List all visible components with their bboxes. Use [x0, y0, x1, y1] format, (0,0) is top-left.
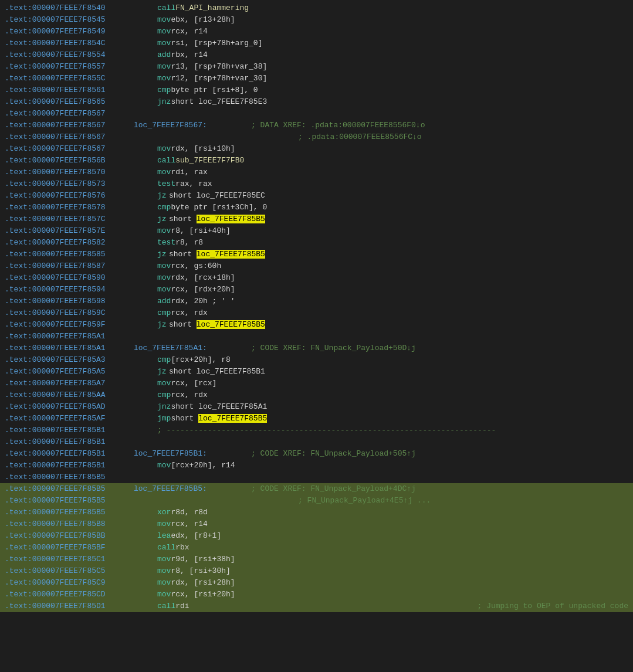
address: .text:000007FEEE7F85BF — [5, 542, 134, 554]
code-line: .text:000007FEEE7F8573testrax, rax — [0, 178, 633, 190]
address: .text:000007FEEE7F85B1 — [5, 460, 134, 471]
operands: r8, r8 — [175, 237, 628, 249]
operands: rcx, [rsi+20h] — [171, 589, 628, 600]
operands: rdx, [rcx+18h] — [171, 272, 628, 284]
address: .text:000007FEEE7F85A5 — [5, 366, 134, 378]
operands: r8d, r8d — [171, 507, 628, 518]
code-line: .text:000007FEEE7F85C9movrdx, [rsi+28h] — [0, 577, 633, 589]
address: .text:000007FEEE7F8582 — [5, 237, 134, 249]
code-line: .text:000007FEEE7F85B5loc_7FEEE7F85B5:; … — [0, 483, 633, 495]
mnemonic: mov — [134, 260, 171, 272]
code-separator: ; --------------------------------------… — [134, 425, 496, 436]
address: .text:000007FEEE7F8549 — [5, 26, 134, 38]
mnemonic: mov — [134, 284, 171, 296]
address: .text:000007FEEE7F8557 — [5, 61, 134, 73]
operands: rsi, [rsp+78h+arg_0] — [171, 38, 628, 49]
code-line: .text:000007FEEE7F8598addrdx, 20h ; ' ' — [0, 296, 633, 307]
mnemonic: mov — [134, 14, 171, 26]
address: .text:000007FEEE7F85A3 — [5, 354, 134, 366]
operands: sub_7FEEE7F7FB0 — [175, 155, 628, 167]
code-line: .text:000007FEEE7F85C5movr8, [rsi+30h] — [0, 565, 633, 577]
code-line: .text:000007FEEE7F854Cmovrsi, [rsp+78h+a… — [0, 38, 633, 49]
address: .text:000007FEEE7F8590 — [5, 272, 134, 284]
mnemonic: add — [134, 296, 171, 307]
mnemonic: mov — [134, 378, 171, 389]
operands: rbx — [175, 542, 628, 554]
code-line: .text:000007FEEE7F85D1callrdi ; Jumping … — [0, 600, 633, 612]
code-line: .text:000007FEEE7F85A1loc_7FEEE7F85A1:; … — [0, 342, 633, 354]
mnemonic: test — [134, 237, 175, 249]
mnemonic: cmp — [134, 389, 171, 401]
code-comment: ; FN_Unpack_Payload+4E5↑j ... — [145, 495, 431, 507]
mnemonic: jnz — [134, 401, 171, 413]
mnemonic: xor — [134, 507, 171, 518]
address: .text:000007FEEE7F8567 — [5, 131, 134, 143]
code-line: .text:000007FEEE7F8554addrbx, r14 — [0, 49, 633, 61]
code-line: .text:000007FEEE7F8540callFN_API_hammeri… — [0, 2, 633, 14]
operands: rcx, rdx — [171, 389, 628, 401]
address: .text:000007FEEE7F85B1 — [5, 448, 134, 460]
address: .text:000007FEEE7F85AF — [5, 413, 134, 425]
code-line: .text:000007FEEE7F855Cmovr12, [rsp+78h+v… — [0, 73, 633, 84]
code-line: .text:000007FEEE7F85B5xorr8d, r8d — [0, 507, 633, 518]
mnemonic: jnz — [134, 96, 171, 108]
operands: ebx, [r13+28h] — [171, 14, 628, 26]
address: .text:000007FEEE7F8565 — [5, 96, 134, 108]
address: .text:000007FEEE7F85D1 — [5, 600, 134, 612]
mnemonic: mov — [134, 143, 171, 155]
address: .text:000007FEEE7F8567 — [5, 108, 134, 120]
mnemonic: cmp — [134, 354, 171, 366]
code-line: .text:000007FEEE7F85A5jzshort loc_7FEEE7… — [0, 366, 633, 378]
operands: short loc_7FEEE7F85B5 — [169, 249, 628, 260]
mnemonic: mov — [134, 577, 171, 589]
address: .text:000007FEEE7F855C — [5, 73, 134, 84]
mnemonic: jz — [134, 319, 169, 331]
address: .text:000007FEEE7F8540 — [5, 2, 134, 14]
address: .text:000007FEEE7F85B5 — [5, 507, 134, 518]
operands: [rcx+20h], r14 — [171, 460, 628, 471]
address: .text:000007FEEE7F85C5 — [5, 565, 134, 577]
mnemonic: call — [134, 542, 175, 554]
operands: rdi — [175, 600, 465, 612]
address: .text:000007FEEE7F85C9 — [5, 577, 134, 589]
mnemonic: mov — [134, 73, 171, 84]
operands: r13, [rsp+78h+var_38] — [171, 61, 628, 73]
mnemonic: cmp — [134, 84, 171, 96]
operands: short loc_7FEEE7F85B5 — [169, 213, 628, 225]
code-line: .text:000007FEEE7F85B5; FN_Unpack_Payloa… — [0, 495, 633, 507]
address: .text:000007FEEE7F8570 — [5, 167, 134, 178]
address: .text:000007FEEE7F85CD — [5, 589, 134, 600]
code-line: .text:000007FEEE7F85A3cmp[rcx+20h], r8 — [0, 354, 633, 366]
address: .text:000007FEEE7F85A1 — [5, 331, 134, 342]
mnemonic: cmp — [134, 307, 171, 319]
address: .text:000007FEEE7F8554 — [5, 49, 134, 61]
mnemonic: mov — [134, 61, 171, 73]
operands: short loc_7FEEE7F85A1 — [171, 401, 628, 413]
code-line: .text:000007FEEE7F8567 — [0, 108, 633, 120]
mnemonic: mov — [134, 565, 171, 577]
address: .text:000007FEEE7F85B8 — [5, 518, 134, 530]
operands: rdi, rax — [171, 167, 628, 178]
operands: rax, rax — [175, 178, 628, 190]
operands: rdx, 20h ; ' ' — [171, 296, 628, 307]
address: .text:000007FEEE7F85AD — [5, 401, 134, 413]
code-line: .text:000007FEEE7F85A7movrcx, [rcx] — [0, 378, 633, 389]
code-line: .text:000007FEEE7F85A1 — [0, 331, 633, 342]
disassembly-view: .text:000007FEEE7F8540callFN_API_hammeri… — [0, 0, 633, 615]
code-line: .text:000007FEEE7F85B5 — [0, 471, 633, 483]
operands: rcx, r14 — [171, 26, 628, 38]
code-line: .text:000007FEEE7F8567loc_7FEEE7F8567:; … — [0, 120, 633, 131]
code-line: .text:000007FEEE7F8549movrcx, r14 — [0, 26, 633, 38]
code-line: .text:000007FEEE7F857Emovr8, [rsi+40h] — [0, 225, 633, 237]
code-line: .text:000007FEEE7F8545movebx, [r13+28h] — [0, 14, 633, 26]
address: .text:000007FEEE7F857C — [5, 213, 134, 225]
code-label: loc_7FEEE7F85B1: — [134, 448, 239, 460]
address: .text:000007FEEE7F85AA — [5, 389, 134, 401]
code-line: .text:000007FEEE7F85BBleaedx, [r8+1] — [0, 530, 633, 542]
operands: rcx, [rdx+20h] — [171, 284, 628, 296]
code-comment: ; CODE XREF: FN_Unpack_Payload+505↑j — [251, 448, 416, 460]
operands: short loc_7FEEE7F85E3 — [171, 96, 628, 108]
address: .text:000007FEEE7F856B — [5, 155, 134, 167]
mnemonic: mov — [134, 225, 171, 237]
code-line: .text:000007FEEE7F8590movrdx, [rcx+18h] — [0, 272, 633, 284]
